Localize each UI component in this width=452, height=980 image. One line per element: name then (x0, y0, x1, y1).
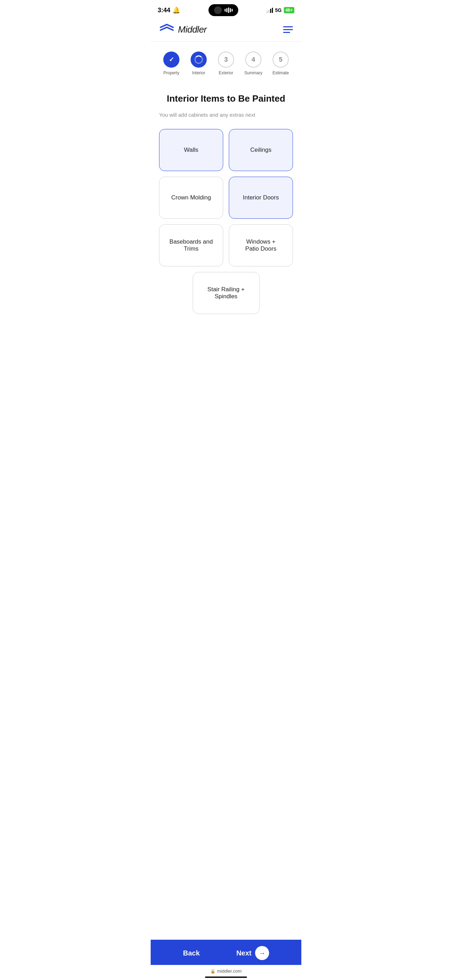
item-crown-molding[interactable]: Crown Molding (159, 177, 223, 219)
step-exterior: 3 Exterior (212, 51, 240, 75)
time-display: 3:44 (158, 7, 170, 14)
battery-value: 46+ (286, 8, 293, 13)
hamburger-line (283, 32, 290, 33)
step-number-summary: 4 (251, 56, 255, 64)
page-title: Interior Items to Be Painted (159, 93, 293, 105)
sound-bar (228, 7, 229, 13)
item-ceilings[interactable]: Ceilings (229, 129, 293, 171)
status-right: 5G 46+ (267, 7, 294, 13)
step-summary: 4 Summary (240, 51, 267, 75)
step-label-exterior: Exterior (219, 70, 233, 75)
sound-bar (232, 9, 232, 11)
dynamic-island (208, 4, 238, 16)
signal-bars (267, 8, 273, 13)
step-interior: Interior (185, 51, 212, 75)
sound-bar (226, 8, 228, 12)
item-label-crown-molding: Crown Molding (171, 194, 211, 201)
page-subtitle: You will add cabinets and any extras nex… (159, 112, 293, 118)
checkmark-icon: ✓ (169, 56, 174, 64)
network-label: 5G (275, 7, 282, 13)
step-circle-interior (191, 51, 207, 68)
step-circle-property: ✓ (163, 51, 180, 68)
item-interior-doors[interactable]: Interior Doors (229, 177, 293, 219)
sound-bars (224, 7, 232, 13)
step-circle-estimate: 5 (272, 51, 289, 68)
step-label-interior: Interior (192, 70, 205, 75)
steps-row: ✓ Property Interior 3 Exterior 4 Summary… (158, 51, 294, 75)
item-baseboards-trims[interactable]: Baseboards andTrims (159, 224, 223, 266)
item-label-ceilings: Ceilings (250, 146, 271, 154)
item-walls[interactable]: Walls (159, 129, 223, 171)
hamburger-line (283, 29, 293, 30)
item-windows-patio[interactable]: Windows +Patio Doors (229, 224, 293, 266)
items-grid: Walls Ceilings Crown Molding Interior Do… (159, 129, 293, 314)
status-time: 3:44 🔔 (158, 6, 180, 14)
step-number-estimate: 5 (279, 56, 282, 64)
item-label-stair: Stair Railing +Spindles (207, 286, 245, 300)
bell-icon: 🔔 (172, 6, 180, 14)
logo-area: Middler (159, 23, 207, 36)
app-header: Middler (151, 19, 301, 42)
sound-bar (224, 9, 226, 11)
step-label-property: Property (163, 70, 179, 75)
middler-logo-icon (159, 23, 175, 36)
item-label-windows: Windows +Patio Doors (245, 238, 277, 252)
hamburger-line (283, 26, 293, 27)
signal-bar (270, 9, 271, 13)
signal-bar (272, 8, 273, 13)
progress-section: ✓ Property Interior 3 Exterior 4 Summary… (151, 42, 301, 83)
sound-bar (230, 8, 231, 12)
item-label-interior-doors: Interior Doors (243, 194, 279, 201)
logo-text: Middler (178, 24, 207, 35)
step-estimate: 5 Estimate (267, 51, 294, 75)
step-circle-summary: 4 (245, 51, 261, 68)
camera-dot (214, 6, 222, 14)
spinner-icon (194, 56, 203, 64)
step-label-estimate: Estimate (272, 70, 289, 75)
signal-bar (268, 10, 269, 13)
step-circle-exterior: 3 (218, 51, 234, 68)
hamburger-menu[interactable] (283, 26, 293, 33)
step-label-summary: Summary (244, 70, 262, 75)
status-bar: 3:44 🔔 5G 46+ (151, 0, 301, 19)
main-content: Interior Items to Be Painted You will ad… (151, 83, 301, 398)
step-number-exterior: 3 (224, 56, 228, 64)
item-stair-railing[interactable]: Stair Railing +Spindles (193, 272, 259, 314)
item-label-walls: Walls (184, 146, 198, 154)
step-property: ✓ Property (158, 51, 185, 75)
signal-bar (267, 11, 268, 13)
battery-indicator: 46+ (284, 7, 294, 13)
item-label-baseboards: Baseboards andTrims (170, 238, 213, 252)
